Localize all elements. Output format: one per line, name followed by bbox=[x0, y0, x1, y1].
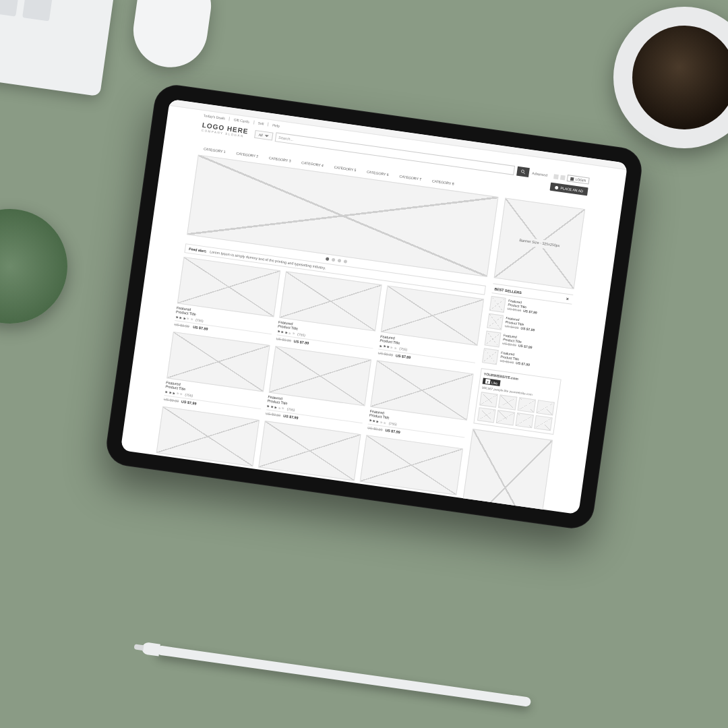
search-category-label: All bbox=[258, 133, 263, 138]
star-rating-icon: ★★★★★ bbox=[154, 464, 173, 471]
category-5[interactable]: CATEGORY 5 bbox=[329, 163, 361, 174]
place-ad-label: PLACE AN AD bbox=[560, 186, 583, 193]
category-3[interactable]: CATEGORY 3 bbox=[264, 154, 296, 164]
category-7[interactable]: CATEGORY 7 bbox=[394, 172, 427, 183]
review-count: (755) bbox=[175, 467, 183, 473]
desk-stylus bbox=[156, 645, 531, 707]
feed-label: Feed alert: bbox=[189, 247, 207, 253]
carousel-dot-4[interactable] bbox=[344, 260, 348, 264]
new-price: US $7.99 bbox=[181, 400, 197, 406]
new-price: US $7.99 bbox=[272, 489, 288, 495]
review-count: (755) bbox=[399, 346, 407, 352]
old-price: US $9.99 bbox=[357, 500, 372, 506]
util-link-sell[interactable]: Sell bbox=[257, 121, 268, 126]
product-card[interactable]: Featured Product Title ★★★★★(755) US $9.… bbox=[377, 285, 484, 368]
category-6[interactable]: CATEGORY 6 bbox=[362, 168, 394, 179]
main-column: Feed alert: Lorem Ipsum is simply dummy … bbox=[150, 154, 498, 514]
new-price: US $7.99 bbox=[396, 353, 411, 359]
close-icon[interactable]: × bbox=[564, 295, 571, 302]
product-card[interactable]: Featured Product Title ★★★★★(755) US $9.… bbox=[357, 435, 463, 514]
best-seller-thumb bbox=[482, 348, 499, 365]
tablet-screen: Today's Deals Gift Cards Sell Help LOGO … bbox=[121, 99, 628, 514]
search-category-select[interactable]: All bbox=[254, 130, 273, 141]
fb-face bbox=[479, 392, 498, 407]
old-price: US $9.99 bbox=[163, 397, 179, 403]
product-card[interactable]: Featured Product Title ★★★★★(755) US $9.… bbox=[276, 271, 382, 354]
facebook-widget: YOURWEBSITE.com Like 960,567 people like… bbox=[473, 368, 561, 435]
fb-face bbox=[498, 394, 517, 410]
product-card[interactable]: Featured Product Title ★★★★★(755) US $9.… bbox=[266, 346, 372, 429]
fb-face bbox=[496, 410, 515, 425]
best-seller-thumb bbox=[489, 296, 506, 313]
tablet-device: Today's Deals Gift Cards Sell Help LOGO … bbox=[104, 82, 644, 531]
product-image bbox=[156, 406, 260, 466]
old-price: US $9.99 bbox=[174, 322, 189, 328]
new-price: US $7.99 bbox=[385, 428, 400, 434]
fb-face bbox=[536, 400, 555, 415]
old-price: US $9.99 bbox=[377, 351, 393, 357]
svg-line-1 bbox=[524, 173, 525, 174]
product-card[interactable]: Featured Product Title ★★★★★(755) US $9.… bbox=[163, 332, 270, 415]
product-card[interactable]: Featured Product Title ★★★★★(755) US $9.… bbox=[255, 421, 361, 504]
desk-mouse bbox=[129, 0, 215, 72]
util-link-help[interactable]: Help bbox=[272, 123, 284, 128]
best-sellers-title: BEST SELLERS bbox=[494, 286, 522, 295]
fb-face bbox=[534, 415, 553, 431]
product-card[interactable]: Featured Product Title ★★★★★(755) US $9.… bbox=[367, 360, 474, 443]
header-icon-2[interactable] bbox=[560, 175, 566, 180]
old-price: US $9.99 bbox=[367, 425, 383, 431]
product-grid: Featured Product Title ★★★★★ (755) US $9… bbox=[153, 257, 484, 514]
header-icons: LOGIN bbox=[553, 173, 589, 184]
category-1[interactable]: CATEGORY 1 bbox=[199, 145, 231, 156]
fb-face bbox=[517, 397, 536, 413]
fb-face bbox=[515, 413, 534, 428]
product-image bbox=[258, 421, 361, 481]
category-2[interactable]: CATEGORY 2 bbox=[231, 149, 264, 160]
search-button[interactable] bbox=[516, 166, 530, 177]
desk-coffee-cup bbox=[613, 7, 728, 148]
new-price: US $7.99 bbox=[374, 503, 390, 509]
review-count: (755) bbox=[378, 496, 386, 502]
advanced-search-link[interactable]: Advanced bbox=[532, 171, 548, 177]
new-price: US $7.99 bbox=[283, 414, 299, 420]
sidebar-banner[interactable]: Banner Size - 325x250px bbox=[494, 198, 586, 289]
lock-icon bbox=[570, 177, 574, 181]
fb-like-button[interactable]: Like bbox=[483, 378, 501, 387]
product-card[interactable]: Featured Product Title ★★★★★(755) US $9.… bbox=[153, 406, 260, 489]
carousel-dot-2[interactable] bbox=[332, 258, 336, 262]
review-count: (755) bbox=[185, 392, 193, 398]
best-seller-thumb bbox=[485, 331, 502, 348]
review-count: (755) bbox=[276, 481, 284, 487]
category-8[interactable]: CATEGORY 8 bbox=[427, 177, 459, 187]
best-seller-thumb bbox=[487, 313, 504, 330]
star-rating-icon: ★★★★★ bbox=[256, 479, 275, 485]
main-row: Feed alert: Lorem Ipsum is simply dummy … bbox=[150, 154, 585, 514]
review-count: (755) bbox=[286, 407, 295, 413]
fb-like-label: Like bbox=[491, 380, 498, 385]
old-price: US $9.99 bbox=[266, 411, 281, 417]
carousel-dot-3[interactable] bbox=[338, 259, 342, 263]
login-label: LOGIN bbox=[575, 177, 586, 183]
review-count: (755) bbox=[297, 332, 305, 338]
desk-succulent bbox=[0, 209, 67, 324]
sidebar-tall-banner[interactable] bbox=[458, 429, 553, 514]
svg-point-0 bbox=[522, 170, 525, 173]
search-icon bbox=[520, 169, 526, 175]
review-count: (755) bbox=[389, 421, 397, 427]
product-card[interactable]: Featured Product Title ★★★★★ (755) US $9… bbox=[174, 257, 280, 340]
desk-keyboard bbox=[0, 0, 115, 96]
product-image bbox=[360, 435, 463, 495]
star-rating-icon: ★★★★★ bbox=[358, 493, 377, 499]
carousel-dot-1[interactable] bbox=[326, 257, 330, 261]
login-button[interactable]: LOGIN bbox=[567, 175, 590, 184]
fb-face bbox=[477, 407, 496, 423]
wireframe-page: Today's Deals Gift Cards Sell Help LOGO … bbox=[121, 99, 628, 514]
category-4[interactable]: CATEGORY 4 bbox=[297, 158, 329, 169]
new-price: US $7.99 bbox=[171, 475, 186, 481]
banner-size-label: Banner Size - 325x250px bbox=[516, 237, 563, 250]
review-count: (755) bbox=[195, 317, 204, 323]
best-sellers-widget: BEST SELLERS × Featured Product Title US… bbox=[482, 283, 573, 374]
old-price: US $9.99 bbox=[255, 486, 270, 492]
header-icon-1[interactable] bbox=[554, 174, 559, 179]
old-price: US $9.99 bbox=[276, 336, 291, 342]
